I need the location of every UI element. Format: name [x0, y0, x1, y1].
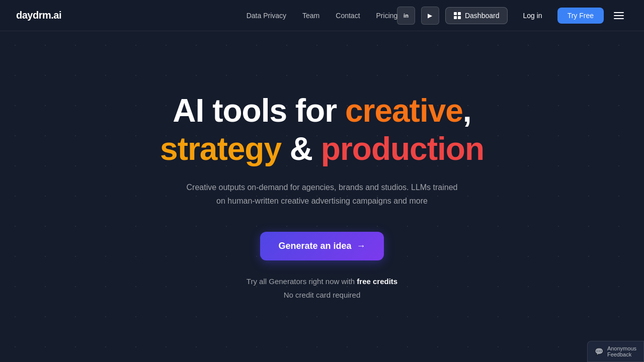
hero-heading: AI tools for creative, strategy & produc…: [160, 92, 484, 169]
hamburger-line-1: [614, 12, 624, 13]
navbar: daydrm.ai Data Privacy Team Contact Pric…: [0, 0, 644, 31]
nav-link-contact[interactable]: Contact: [336, 12, 360, 20]
hamburger-line-3: [614, 18, 624, 19]
youtube-button[interactable]: ▶: [421, 7, 439, 25]
nav-links: Data Privacy Team Contact Pricing: [247, 12, 398, 20]
hero-section: AI tools for creative, strategy & produc…: [0, 31, 644, 362]
nav-right: in ▶ Dashboard Log in Try Free: [397, 7, 628, 25]
youtube-icon: ▶: [428, 12, 432, 19]
hamburger-line-2: [614, 15, 624, 16]
arrow-right-icon: →: [357, 241, 366, 251]
try-free-button[interactable]: Try Free: [557, 8, 604, 24]
nav-link-team[interactable]: Team: [302, 12, 319, 20]
brand-logo[interactable]: daydrm.ai: [16, 10, 61, 21]
hero-subtitle: Creative outputs on-demand for agencies,…: [186, 180, 458, 208]
free-credits-prefix: Try all Generators right now with: [247, 277, 357, 286]
login-button[interactable]: Log in: [514, 8, 551, 24]
dashboard-grid-icon: [454, 12, 461, 19]
hero-heading-strategy: strategy: [160, 131, 281, 167]
dashboard-button[interactable]: Dashboard: [445, 7, 508, 24]
nav-link-pricing[interactable]: Pricing: [376, 12, 398, 20]
free-credits-section: Try all Generators right now with free c…: [247, 275, 397, 302]
free-credits-bold: free credits: [357, 277, 397, 286]
generate-idea-label: Generate an idea: [278, 241, 351, 251]
hero-heading-connector: &: [281, 131, 321, 167]
linkedin-icon: in: [404, 13, 409, 19]
hero-heading-creative: creative: [345, 93, 463, 129]
generate-idea-button[interactable]: Generate an idea →: [260, 232, 383, 260]
linkedin-button[interactable]: in: [397, 7, 415, 25]
hero-heading-production: production: [321, 131, 484, 167]
hero-heading-comma: ,: [463, 93, 471, 129]
dashboard-label: Dashboard: [465, 12, 500, 20]
free-credits-line1: Try all Generators right now with free c…: [247, 275, 397, 288]
nav-link-data-privacy[interactable]: Data Privacy: [247, 12, 286, 20]
hero-heading-line2: strategy & production: [160, 130, 484, 168]
hero-heading-prefix: AI tools for: [173, 93, 345, 129]
no-card-required-text: No credit card required: [247, 288, 397, 302]
hamburger-menu-button[interactable]: [610, 7, 628, 25]
hero-heading-line1: AI tools for creative,: [160, 92, 484, 130]
